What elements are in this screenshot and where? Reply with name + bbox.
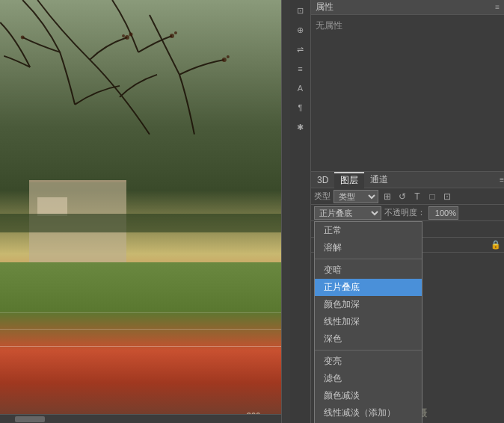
properties-content: 无属性 bbox=[311, 15, 504, 37]
tool-settings[interactable]: ✱ bbox=[293, 120, 308, 135]
blend-linear-burn[interactable]: 线性加深 bbox=[315, 313, 422, 330]
filter-type-select[interactable]: 类型 bbox=[334, 190, 378, 203]
treeline bbox=[0, 214, 290, 232]
opacity-input[interactable] bbox=[428, 206, 458, 220]
v-scrollbar[interactable] bbox=[281, 0, 290, 423]
track-field bbox=[0, 262, 290, 423]
canvas-area: www.306w.com bbox=[0, 0, 290, 423]
properties-header: 属性 ≡ bbox=[311, 0, 504, 15]
blend-darken[interactable]: 变暗 bbox=[315, 262, 422, 279]
properties-panel: 属性 ≡ 无属性 bbox=[311, 0, 504, 172]
blend-multiply[interactable]: 正片叠底 bbox=[315, 279, 422, 296]
sep-1 bbox=[315, 259, 422, 259]
blend-opacity-row: 正片叠底 不透明度： 正常 溶解 变暗 正片叠底 颜色加深 线性加深 深色 变亮 bbox=[311, 205, 504, 221]
scrollbar-thumb[interactable] bbox=[15, 416, 45, 422]
svg-point-3 bbox=[222, 58, 227, 62]
properties-menu-btn[interactable]: ≡ bbox=[495, 3, 500, 11]
tabs-row: 3D 图层 通道 ≡ bbox=[311, 172, 504, 188]
blend-lighten[interactable]: 变亮 bbox=[315, 353, 422, 370]
tool-paragraph[interactable]: ¶ bbox=[293, 100, 308, 115]
mini-toolbar: ⊡ ⊕ ⇌ ≡ A ¶ ✱ bbox=[290, 0, 311, 423]
tool-arrange[interactable]: ⊡ bbox=[293, 3, 308, 18]
track-line-3 bbox=[0, 312, 290, 313]
tab-layers[interactable]: 图层 bbox=[334, 172, 364, 188]
tool-transform[interactable]: ⇌ bbox=[293, 42, 308, 57]
blend-darker-color[interactable]: 深色 bbox=[315, 330, 422, 348]
type-label: 类型 bbox=[314, 191, 331, 202]
tool-brush[interactable]: ⊕ bbox=[293, 22, 308, 37]
svg-point-0 bbox=[125, 35, 129, 40]
filter-icon-1[interactable]: ⊞ bbox=[381, 191, 393, 203]
filter-icons: ⊞ ↺ T □ ⊡ bbox=[381, 191, 453, 203]
svg-point-6 bbox=[170, 34, 174, 38]
blend-mode-dropdown: 正常 溶解 变暗 正片叠底 颜色加深 线性加深 深色 变亮 滤色 颜色减淡 线性… bbox=[314, 221, 422, 423]
blend-screen[interactable]: 滤色 bbox=[315, 370, 422, 387]
right-panels: 属性 ≡ 无属性 3D 图层 通道 ≡ bbox=[311, 0, 504, 423]
canvas-image: www.306w.com bbox=[0, 0, 290, 423]
svg-point-7 bbox=[174, 31, 177, 34]
layers-panel-menu[interactable]: ≡ bbox=[500, 176, 504, 184]
tool-type[interactable]: A bbox=[293, 81, 308, 96]
blend-linear-dodge[interactable]: 线性减淡（添加） bbox=[315, 404, 422, 422]
tab-channels[interactable]: 通道 bbox=[364, 172, 394, 188]
sep-2 bbox=[315, 350, 422, 351]
h-scrollbar[interactable] bbox=[0, 414, 290, 423]
opacity-label: 不透明度： bbox=[384, 207, 425, 218]
blend-color-dodge[interactable]: 颜色减淡 bbox=[315, 387, 422, 404]
properties-title: 属性 bbox=[316, 1, 334, 13]
track-line-1 bbox=[0, 346, 290, 347]
tool-text[interactable]: ≡ bbox=[293, 61, 308, 76]
blend-mode-select[interactable]: 正片叠底 bbox=[314, 206, 381, 220]
lock-all[interactable]: 🔒 bbox=[491, 240, 501, 250]
blend-normal[interactable]: 正常 bbox=[315, 222, 422, 239]
track-line-2 bbox=[0, 329, 290, 330]
blend-color-burn[interactable]: 颜色加深 bbox=[315, 296, 422, 313]
main-container: www.306w.com ⊡ ⊕ ⇌ ≡ A ¶ ✱ 属性 ≡ 无属性 bbox=[0, 0, 504, 423]
svg-point-2 bbox=[122, 34, 125, 37]
layers-panel: 3D 图层 通道 ≡ 类型 类型 ⊞ ↺ bbox=[311, 172, 504, 423]
blend-dissolve[interactable]: 溶解 bbox=[315, 239, 422, 256]
tab-3d[interactable]: 3D bbox=[311, 172, 334, 188]
filter-icon-2[interactable]: ↺ bbox=[396, 191, 408, 203]
building-roof bbox=[37, 197, 67, 216]
svg-point-1 bbox=[129, 32, 133, 36]
filter-icon-5[interactable]: ⊡ bbox=[441, 191, 453, 203]
filter-row: 类型 类型 ⊞ ↺ T □ ⊡ bbox=[311, 188, 504, 205]
no-properties-text: 无属性 bbox=[316, 20, 342, 31]
svg-point-4 bbox=[227, 55, 230, 58]
svg-point-5 bbox=[21, 35, 25, 39]
filter-icon-3[interactable]: T bbox=[411, 191, 423, 203]
filter-icon-4[interactable]: □ bbox=[426, 191, 438, 203]
